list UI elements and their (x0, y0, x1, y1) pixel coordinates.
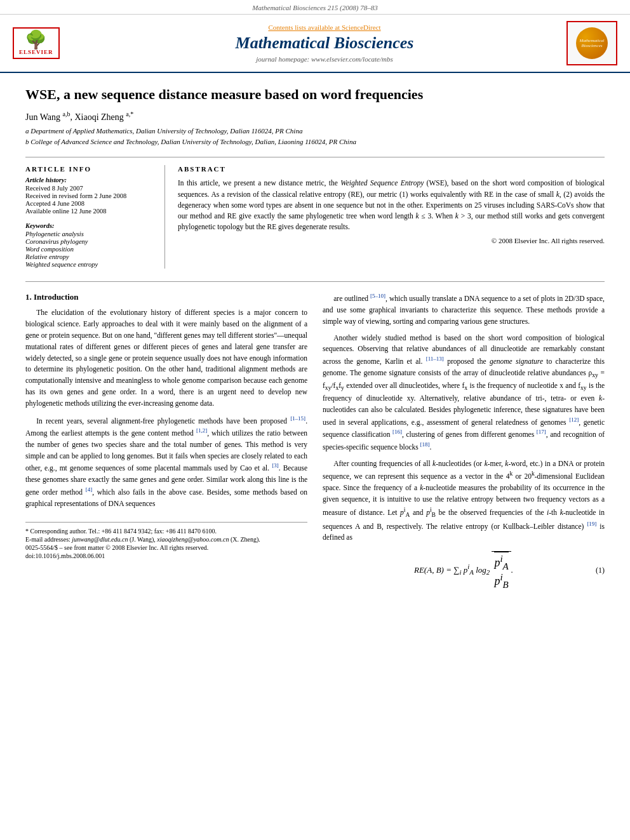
journal-title: Mathematical Biosciences (89, 34, 560, 53)
received-date: Received 8 July 2007 (25, 185, 157, 192)
elsevier-tree-icon: 🌳 (19, 31, 53, 49)
equation-1-number: (1) (596, 566, 605, 575)
mb-logo-area: Mathematical Biosciences (560, 21, 617, 65)
email-label: E-mail addresses: (25, 536, 72, 543)
intro-para1: The elucidation of the evolutionary hist… (25, 307, 307, 409)
k-nucl-var2: k (560, 509, 563, 516)
body-columns: 1. Introduction The elucidation of the e… (25, 281, 605, 597)
ref-5-10: [5–10] (370, 293, 385, 299)
genome-signature-term: genome signature (490, 357, 543, 365)
right-para2: Another widely studied method is based o… (323, 333, 605, 453)
keyword-3: Word composition (25, 246, 157, 253)
author-xiaoqi-zheng: Xiaoqi Zheng (74, 112, 123, 121)
email-author-j: (J. Wang), (130, 536, 157, 543)
footnote-email: E-mail addresses: junwang@dlut.edu.cn (J… (25, 536, 307, 543)
ref-1-15: [1–15] (290, 415, 305, 422)
author-jun-wang: Jun Wang (25, 112, 60, 121)
keywords-label: Keywords: (25, 222, 157, 229)
body-right-column: are outlined [5–10], which usually trans… (323, 292, 605, 597)
sciencedirect-link[interactable]: Contents lists available at ScienceDirec… (89, 23, 560, 31)
sciencedirect-name: ScienceDirect (342, 23, 381, 31)
keyword-5: Weighted sequence entropy (25, 261, 157, 268)
k-nucleotide-var: k (420, 484, 423, 491)
mb-logo-circle: Mathematical Biosciences (576, 27, 608, 59)
journal-homepage: journal homepage: www.elsevier.com/locat… (89, 55, 560, 63)
elsevier-text: ELSEVIER (19, 49, 53, 55)
abstract-text: In this article, we present a new distan… (178, 178, 605, 232)
ref-11-13: [11–13] (426, 356, 444, 362)
k-variable: k (556, 190, 560, 198)
email-author-x: (X. Zheng). (231, 536, 260, 543)
k-nucleotides: k (599, 394, 602, 402)
right-para3: After counting frequencies of all k-nucl… (323, 458, 605, 544)
kmer-var: k (485, 460, 488, 467)
elsevier-logo-area: 🌳 ELSEVIER (13, 27, 89, 59)
ref-18: [18] (420, 441, 430, 448)
ref-16: [16] (392, 429, 402, 435)
journal-header: 🌳 ELSEVIER Contents lists available at S… (0, 15, 630, 73)
k-variable3: k (455, 212, 459, 220)
footer-notes: * Corresponding author. Tel.: +86 411 84… (25, 522, 307, 559)
journal-title-area: Contents lists available at ScienceDirec… (89, 23, 560, 63)
available-date: Available online 12 June 2008 (25, 208, 157, 215)
email-junwang: junwang@dlut.edu.cn (72, 536, 128, 543)
ref-1-2: [1,2] (196, 427, 207, 434)
history-label: Article history: (25, 177, 157, 183)
author-jun-affiliation: a,b (63, 110, 70, 117)
author-xiaoqi-affiliation: a,* (126, 110, 133, 117)
journal-citation-bar: Mathematical Biosciences 215 (2008) 78–8… (0, 0, 630, 15)
mb-logo-text: Mathematical Biosciences (576, 38, 608, 49)
received-revised-date: Received in revised form 2 June 2008 (25, 192, 157, 199)
ref-12: [12] (569, 417, 579, 423)
k-var: k (432, 460, 436, 467)
section1-number: 1. Introduction (25, 292, 79, 302)
ref-3: [3] (272, 462, 279, 469)
authors-line: Jun Wang a,b, Xiaoqi Zheng a,* (25, 110, 605, 123)
article-info-title: ARTICLE INFO (25, 165, 157, 173)
copyright-notice: © 2008 Elsevier Inc. All rights reserved… (178, 237, 605, 244)
body-left-column: 1. Introduction The elucidation of the e… (25, 292, 307, 597)
elsevier-logo: 🌳 ELSEVIER (13, 27, 60, 59)
mb-journal-logo: Mathematical Biosciences (566, 21, 617, 65)
section1-heading: 1. Introduction (25, 292, 307, 302)
abstract-title: ABSTRACT (178, 165, 605, 173)
keyword-1: Phylogenetic analysis (25, 230, 157, 237)
wse-full-name: Weighted Sequence Entropy (340, 179, 424, 187)
journal-citation: Mathematical Biosciences 215 (2008) 78–8… (252, 4, 377, 11)
footnote-corresponding: * Corresponding author. Tel.: +86 411 84… (25, 528, 307, 535)
ref-19: [19] (587, 521, 596, 527)
kword-var: k (505, 460, 508, 467)
affiliation-a: a Department of Applied Mathematics, Dal… (25, 126, 605, 137)
i-th-var: i (547, 509, 549, 516)
article-title: WSE, a new sequence distance measure bas… (25, 86, 605, 104)
footnote-issn: 0025-5564/$ – see front matter © 2008 El… (25, 544, 307, 551)
keyword-2: Coronavirus phylogeny (25, 238, 157, 245)
affiliations: a Department of Applied Mathematics, Dal… (25, 126, 605, 147)
ref-4: [4] (86, 486, 93, 493)
article-info-row: ARTICLE INFO Article history: Received 8… (25, 157, 605, 269)
accepted-date: Accepted 4 June 2008 (25, 200, 157, 207)
keyword-4: Relative entropy (25, 253, 157, 260)
ref-17: [17] (537, 429, 546, 435)
article-content: WSE, a new sequence distance measure bas… (0, 73, 630, 610)
equation-1-row: RE(A, B) = ∑i piA log2 piApiB. (1) (323, 551, 605, 590)
k-variable2: k (416, 212, 419, 220)
email-xiaoqi: xiaoqizheng@yahoo.com.cn (157, 536, 229, 543)
right-para1: are outlined [5–10], which usually trans… (323, 292, 605, 327)
abstract-column: ABSTRACT In this article, we present a n… (178, 165, 605, 269)
keywords-section: Keywords: Phylogenetic analysis Coronavi… (25, 222, 157, 268)
affiliation-b: b College of Advanced Science and Techno… (25, 137, 605, 147)
equation-1: RE(A, B) = ∑i piA log2 piApiB. (414, 551, 513, 590)
intro-para2: In recent years, several alignment-free … (25, 415, 307, 510)
article-info-column: ARTICLE INFO Article history: Received 8… (25, 165, 165, 269)
footnote-doi: doi:10.1016/j.mbs.2008.06.001 (25, 552, 307, 559)
sciencedirect-prefix: Contents lists available at (268, 23, 341, 31)
